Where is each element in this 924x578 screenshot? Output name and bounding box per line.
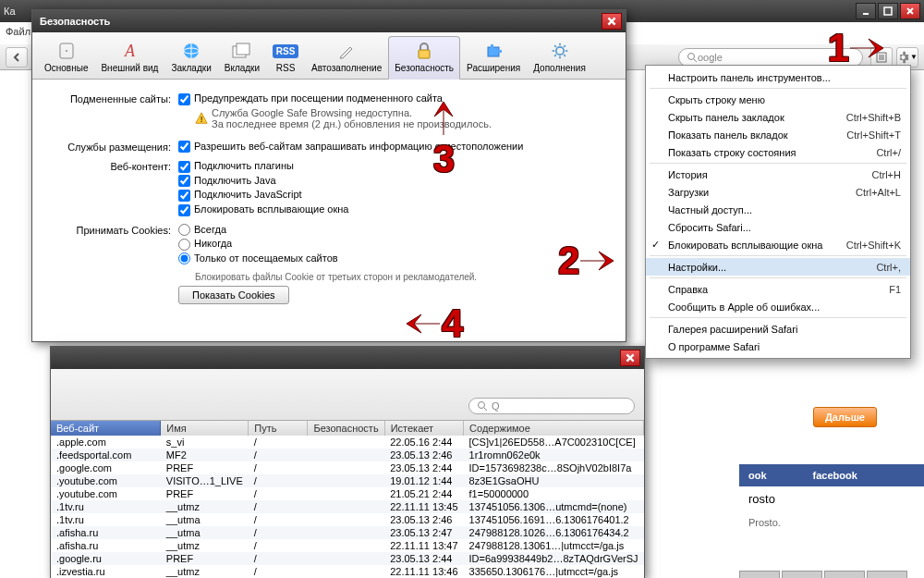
show-cookies-button[interactable]: Показать Cookies [178,286,289,304]
svg-rect-22 [498,50,502,53]
facebook-bar: ookfacebook [739,464,924,486]
settings-tab[interactable]: Основные [38,36,94,79]
svg-rect-18 [237,43,249,55]
svg-line-28 [554,45,556,47]
svg-line-30 [554,55,556,56]
maximize-button[interactable] [878,3,898,19]
menu-item[interactable]: Галерея расширений Safari [646,320,910,338]
menu-item[interactable]: Показать панель вкладокCtrl+Shift+T [646,126,910,143]
cookies-table[interactable]: Веб-сайтИмяПутьБезопасностьИстекаетСодер… [51,421,644,578]
text-prosto: rosto [739,486,924,511]
checkbox-warn-spoofed[interactable]: Предупреждать при посещении подмененного… [178,92,609,105]
settings-body: Подмененные сайты: Предупреждать при пос… [32,80,626,319]
table-row[interactable]: .apple.coms_vi/22.05.16 2:44[CS]v1|26ED5… [51,436,644,449]
menu-item[interactable]: Частный доступ... [646,201,910,218]
settings-titlebar: Безопасность [32,10,626,32]
menu-item[interactable]: ✓Блокировать всплывающие окнаCtrl+Shift+… [646,236,910,253]
radio-never[interactable]: Никогда [178,238,609,251]
cookies-titlebar [51,347,644,369]
checkbox-java[interactable]: Подключить Java [178,175,609,188]
menu-item[interactable]: Сообщить в Apple об ошибках... [646,298,910,315]
safe-browsing-note: ! Служба Google Safe Browsing недоступна… [178,107,609,129]
minimize-button[interactable] [856,3,876,19]
svg-rect-20 [488,47,499,56]
close-button[interactable] [900,3,920,19]
annotation-arrow-1: 1 [828,26,885,70]
svg-rect-1 [884,7,892,15]
svg-line-29 [564,55,565,56]
menu-item[interactable]: Показать строку состоянияCtrl+/ [646,143,910,161]
block-third-party-note: Блокировать файлы Cookie от третьих стор… [195,272,609,282]
menu-file[interactable]: Файл [0,22,31,41]
svg-rect-19 [419,50,430,58]
svg-rect-21 [491,44,493,48]
svg-point-4 [688,53,695,59]
cookies-table-body[interactable]: .apple.coms_vi/22.05.16 2:44[CS]v1|26ED5… [51,436,644,578]
table-row[interactable]: .afisha.ru__utmz/22.11.11 13:47247988128… [51,539,644,552]
menu-item[interactable]: Настройки...Ctrl+, [646,258,910,276]
annotation-arrow-2: 2 [558,239,615,283]
settings-close-button[interactable] [602,13,622,30]
settings-title: Безопасность [36,16,602,27]
menu-item[interactable]: О программе Safari [646,338,910,355]
menu-item[interactable]: Скрыть строку меню [646,91,910,108]
settings-tab[interactable]: Безопасность [388,36,460,80]
table-row[interactable]: .feedsportal.comMF2/23.05.13 2:461r1romn… [51,449,644,461]
search-icon [687,52,698,63]
cookies-close-button[interactable] [620,350,640,366]
avatar-row [739,571,924,578]
settings-dialog: Безопасность ОсновныеAВнешний видЗакладк… [31,9,626,342]
label-location-services: Службы размещения: [49,141,178,155]
back-button[interactable] [6,47,28,68]
label-spoofed-sites: Подмененные сайты: [49,92,178,135]
svg-text:!: ! [201,113,203,123]
menu-item[interactable]: СправкаF1 [646,280,910,298]
table-row[interactable]: .google.comPREF/23.05.13 2:44ID=15736982… [51,461,644,474]
cookies-search-field[interactable]: Q [468,398,635,414]
checkbox-allow-location[interactable]: Разрешить веб-сайтам запрашивать информа… [178,141,609,154]
settings-tab[interactable]: Расширения [460,36,527,79]
settings-tab[interactable]: Дополнения [527,36,592,79]
cookies-table-header[interactable]: Веб-сайтИмяПутьБезопасностьИстекаетСодер… [51,421,644,436]
svg-point-23 [555,47,563,55]
settings-tab[interactable]: Закладки [164,36,217,79]
table-row[interactable]: .1tv.ru__utma/23.05.13 2:46137451056.169… [51,513,644,526]
menu-item[interactable]: Скрыть панель закладокCtrl+Shift+B [646,108,910,126]
table-row[interactable]: .afisha.ru__utma/23.05.13 2:47247988128.… [51,526,644,539]
table-row[interactable]: .google.ruPREF/23.05.13 2:44ID=6a9993844… [51,552,644,565]
svg-line-36 [484,408,487,411]
table-row[interactable]: .1tv.ru__utmz/22.11.11 13:45137451056.13… [51,500,644,513]
menu-item[interactable]: Настроить панель инструментов... [646,68,910,86]
label-accept-cookies: Принимать Cookies: [49,224,178,305]
settings-tab[interactable]: AВнешний вид [94,36,164,79]
next-button[interactable]: Дальше [813,407,877,427]
settings-tab[interactable]: Автозаполнение [305,36,388,79]
settings-tab[interactable]: Вкладки [218,36,266,79]
settings-tab-bar: ОсновныеAВнешний видЗакладкиВкладкиRSSRS… [32,32,626,80]
cookies-dialog: Q Веб-сайтИмяПутьБезопасностьИстекаетСод… [50,346,645,578]
checkbox-javascript[interactable]: Подключить JavaScript [178,189,609,202]
svg-point-35 [479,402,485,409]
annotation-arrow-4: 4 [405,301,462,346]
search-placeholder: oogle [698,52,723,63]
menu-item[interactable]: ЗагрузкиCtrl+Alt+L [646,183,910,201]
svg-point-13 [66,50,67,52]
label-web-content: Веб-контент: [49,160,178,217]
table-row[interactable]: .youtube.comPREF/21.05.21 2:44f1=5000000… [51,487,644,500]
radio-always[interactable]: Всегда [178,224,609,237]
close-icon [606,16,617,27]
table-row[interactable]: .izvestia.ru__utmz/22.11.11 13:46335650.… [51,565,644,578]
checkbox-plugins[interactable]: Подключить плагины [178,160,609,173]
menu-item[interactable]: Сбросить Safari... [646,218,910,236]
table-row[interactable]: .youtube.comVISITO…1_LIVE/19.01.12 1:448… [51,474,644,487]
warning-icon: ! [195,112,208,125]
text-prosto2: Prosto. [739,511,924,534]
search-icon [477,400,488,412]
radio-only-visited[interactable]: Только от посещаемых сайтов [178,252,609,265]
menu-item[interactable]: ИсторияCtrl+H [646,166,910,183]
svg-line-31 [564,45,565,47]
settings-tab[interactable]: RSSRSS [266,36,305,79]
gear-icon [897,51,909,64]
checkbox-block-popups[interactable]: Блокировать всплывающие окна [178,203,609,216]
svg-line-5 [694,59,697,62]
